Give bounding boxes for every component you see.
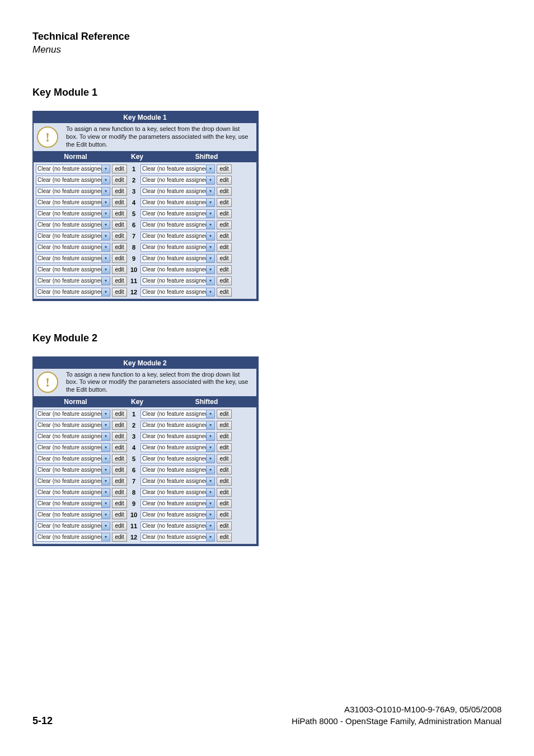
chevron-down-icon[interactable]: ▾ [101, 255, 110, 262]
edit-button[interactable]: edit [217, 254, 232, 263]
edit-button[interactable]: edit [217, 421, 232, 430]
edit-button[interactable]: edit [112, 209, 127, 218]
chevron-down-icon[interactable]: ▾ [206, 221, 214, 229]
edit-button[interactable]: edit [112, 454, 127, 463]
chevron-down-icon[interactable]: ▾ [206, 466, 214, 474]
chevron-down-icon[interactable]: ▾ [206, 522, 214, 530]
chevron-down-icon[interactable]: ▾ [206, 511, 214, 519]
shifted-select[interactable]: Clear (no feature assigned)▾ [140, 410, 215, 419]
chevron-down-icon[interactable]: ▾ [101, 176, 110, 184]
normal-select[interactable]: Clear (no feature assigned)▾ [36, 488, 110, 497]
normal-select[interactable]: Clear (no feature assigned)▾ [36, 454, 110, 463]
chevron-down-icon[interactable]: ▾ [101, 533, 110, 541]
edit-button[interactable]: edit [217, 209, 232, 218]
edit-button[interactable]: edit [217, 198, 232, 207]
edit-button[interactable]: edit [112, 165, 127, 173]
chevron-down-icon[interactable]: ▾ [101, 243, 110, 251]
edit-button[interactable]: edit [112, 510, 127, 519]
chevron-down-icon[interactable]: ▾ [101, 232, 110, 240]
normal-select[interactable]: Clear (no feature assigned)▾ [36, 522, 110, 530]
chevron-down-icon[interactable]: ▾ [206, 410, 214, 418]
shifted-select[interactable]: Clear (no feature assigned)▾ [140, 477, 215, 486]
edit-button[interactable]: edit [217, 232, 232, 241]
normal-select[interactable]: Clear (no feature assigned)▾ [36, 232, 110, 241]
normal-select[interactable]: Clear (no feature assigned)▾ [36, 466, 110, 475]
edit-button[interactable]: edit [112, 276, 127, 285]
chevron-down-icon[interactable]: ▾ [101, 210, 110, 218]
chevron-down-icon[interactable]: ▾ [101, 421, 110, 429]
edit-button[interactable]: edit [112, 254, 127, 263]
edit-button[interactable]: edit [112, 410, 127, 419]
edit-button[interactable]: edit [112, 243, 127, 252]
edit-button[interactable]: edit [217, 443, 232, 452]
shifted-select[interactable]: Clear (no feature assigned)▾ [140, 454, 215, 463]
chevron-down-icon[interactable]: ▾ [206, 489, 214, 496]
chevron-down-icon[interactable]: ▾ [206, 444, 214, 452]
edit-button[interactable]: edit [112, 533, 127, 542]
chevron-down-icon[interactable]: ▾ [206, 500, 214, 508]
chevron-down-icon[interactable]: ▾ [206, 421, 214, 429]
edit-button[interactable]: edit [217, 243, 232, 252]
chevron-down-icon[interactable]: ▾ [101, 489, 110, 496]
chevron-down-icon[interactable]: ▾ [206, 165, 214, 173]
chevron-down-icon[interactable]: ▾ [101, 466, 110, 474]
chevron-down-icon[interactable]: ▾ [101, 477, 110, 485]
chevron-down-icon[interactable]: ▾ [206, 533, 214, 541]
chevron-down-icon[interactable]: ▾ [101, 410, 110, 418]
chevron-down-icon[interactable]: ▾ [101, 277, 110, 285]
shifted-select[interactable]: Clear (no feature assigned)▾ [140, 432, 215, 441]
edit-button[interactable]: edit [112, 288, 127, 297]
chevron-down-icon[interactable]: ▾ [101, 444, 110, 452]
normal-select[interactable]: Clear (no feature assigned)▾ [36, 432, 110, 441]
chevron-down-icon[interactable]: ▾ [206, 199, 214, 206]
chevron-down-icon[interactable]: ▾ [206, 477, 214, 485]
normal-select[interactable]: Clear (no feature assigned)▾ [36, 265, 110, 274]
chevron-down-icon[interactable]: ▾ [206, 433, 214, 440]
chevron-down-icon[interactable]: ▾ [206, 243, 214, 251]
shifted-select[interactable]: Clear (no feature assigned)▾ [140, 254, 215, 263]
shifted-select[interactable]: Clear (no feature assigned)▾ [140, 522, 215, 530]
edit-button[interactable]: edit [217, 454, 232, 463]
shifted-select[interactable]: Clear (no feature assigned)▾ [140, 220, 215, 229]
chevron-down-icon[interactable]: ▾ [206, 288, 214, 296]
normal-select[interactable]: Clear (no feature assigned)▾ [36, 533, 110, 542]
edit-button[interactable]: edit [217, 176, 232, 185]
chevron-down-icon[interactable]: ▾ [206, 255, 214, 262]
chevron-down-icon[interactable]: ▾ [101, 500, 110, 508]
chevron-down-icon[interactable]: ▾ [101, 433, 110, 440]
chevron-down-icon[interactable]: ▾ [206, 232, 214, 240]
normal-select[interactable]: Clear (no feature assigned)▾ [36, 243, 110, 252]
edit-button[interactable]: edit [217, 488, 232, 497]
shifted-select[interactable]: Clear (no feature assigned)▾ [140, 488, 215, 497]
chevron-down-icon[interactable]: ▾ [101, 187, 110, 195]
shifted-select[interactable]: Clear (no feature assigned)▾ [140, 232, 215, 241]
shifted-select[interactable]: Clear (no feature assigned)▾ [140, 265, 215, 274]
chevron-down-icon[interactable]: ▾ [101, 199, 110, 206]
chevron-down-icon[interactable]: ▾ [206, 176, 214, 184]
shifted-select[interactable]: Clear (no feature assigned)▾ [140, 187, 215, 196]
edit-button[interactable]: edit [112, 220, 127, 229]
normal-select[interactable]: Clear (no feature assigned)▾ [36, 499, 110, 508]
edit-button[interactable]: edit [217, 220, 232, 229]
shifted-select[interactable]: Clear (no feature assigned)▾ [140, 165, 215, 173]
normal-select[interactable]: Clear (no feature assigned)▾ [36, 209, 110, 218]
edit-button[interactable]: edit [112, 499, 127, 508]
shifted-select[interactable]: Clear (no feature assigned)▾ [140, 533, 215, 542]
edit-button[interactable]: edit [217, 522, 232, 530]
chevron-down-icon[interactable]: ▾ [101, 165, 110, 173]
normal-select[interactable]: Clear (no feature assigned)▾ [36, 176, 110, 185]
shifted-select[interactable]: Clear (no feature assigned)▾ [140, 499, 215, 508]
normal-select[interactable]: Clear (no feature assigned)▾ [36, 165, 110, 173]
chevron-down-icon[interactable]: ▾ [206, 210, 214, 218]
edit-button[interactable]: edit [217, 477, 232, 486]
normal-select[interactable]: Clear (no feature assigned)▾ [36, 443, 110, 452]
edit-button[interactable]: edit [112, 198, 127, 207]
normal-select[interactable]: Clear (no feature assigned)▾ [36, 220, 110, 229]
edit-button[interactable]: edit [112, 421, 127, 430]
chevron-down-icon[interactable]: ▾ [101, 221, 110, 229]
shifted-select[interactable]: Clear (no feature assigned)▾ [140, 288, 215, 297]
edit-button[interactable]: edit [112, 477, 127, 486]
chevron-down-icon[interactable]: ▾ [101, 288, 110, 296]
edit-button[interactable]: edit [217, 187, 232, 196]
chevron-down-icon[interactable]: ▾ [101, 511, 110, 519]
